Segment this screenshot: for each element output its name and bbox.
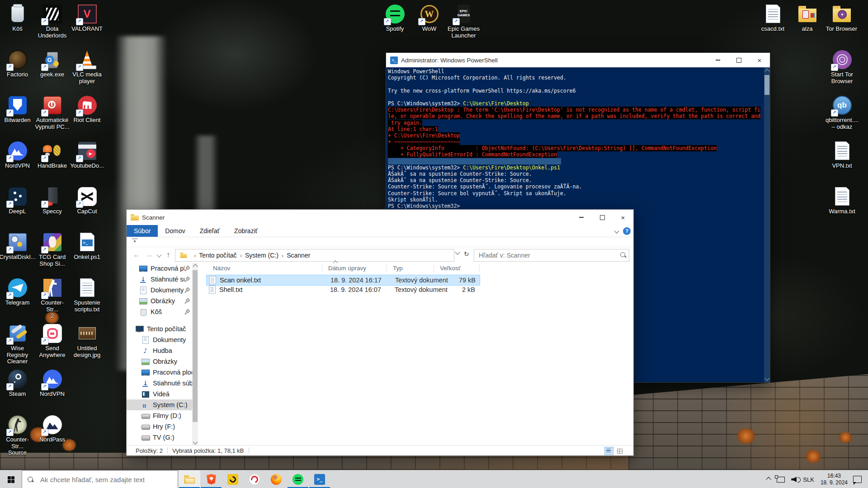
- column-header-size[interactable]: Veľkosť: [440, 265, 461, 272]
- desktop-icon-vlc-media-player[interactable]: ↗VLC media player: [70, 49, 104, 84]
- desktop-icon-nordvpn[interactable]: ↗NordVPN: [0, 141, 35, 169]
- taskbar-search[interactable]: [22, 470, 178, 488]
- desktop-icon-epic-games-launcher[interactable]: ↗Epic Games Launcher: [446, 4, 481, 39]
- sidebar-scroll-thumb[interactable]: [193, 270, 198, 422]
- explorer-search-input[interactable]: [478, 250, 616, 260]
- desktop-icon-csacd-txt[interactable]: csacd.txt: [755, 4, 790, 33]
- ex-minimize-button[interactable]: [571, 210, 592, 225]
- refresh-icon[interactable]: ↻: [464, 250, 469, 258]
- details-view-button[interactable]: [604, 447, 613, 455]
- taskbar-file-explorer[interactable]: [179, 470, 200, 488]
- column-header-type[interactable]: Typ: [393, 265, 403, 272]
- file-row-shell-txt[interactable]: Shell.txt18. 9. 2024 16:07Textový dokume…: [206, 285, 479, 295]
- sidebar-quick-stiahnut-s-bor[interactable]: Stiahnuté súbor: [127, 274, 192, 285]
- scroll-down-icon[interactable]: [193, 439, 198, 444]
- language-indicator[interactable]: SLK: [803, 476, 814, 483]
- scroll-down-icon[interactable]: [764, 375, 769, 380]
- desktop-icon-onkel-ps1[interactable]: Onkel.ps1: [70, 232, 104, 261]
- taskbar-powershell[interactable]: [309, 470, 330, 488]
- expand-ribbon-icon[interactable]: [614, 228, 619, 233]
- back-icon[interactable]: ←: [133, 251, 140, 259]
- ps-minimize-button[interactable]: [708, 53, 728, 67]
- forward-icon[interactable]: →: [146, 251, 153, 259]
- tab-zdieľať[interactable]: Zdieľať: [193, 225, 227, 237]
- desktop-icon-youtube-downloader[interactable]: ↗YoutubeDo...: [70, 141, 104, 169]
- network-icon[interactable]: [777, 477, 785, 483]
- taskbar-search-input[interactable]: [39, 474, 174, 485]
- desktop-icon-riot-client[interactable]: ↗Riot Client: [70, 95, 104, 124]
- ex-close-button[interactable]: ×: [613, 210, 633, 225]
- file-row-scan-onkel-txt[interactable]: Scan onkel.txt18. 9. 2024 16:17Textový d…: [206, 275, 480, 286]
- up-icon[interactable]: ↑: [166, 251, 170, 259]
- ps-scrollbar[interactable]: [764, 67, 770, 382]
- desktop-icon-crystaldiskinfo[interactable]: ↗CrystalDiskI...: [0, 232, 35, 261]
- desktop-icon-capcut[interactable]: ↗CapCut: [70, 186, 104, 215]
- powershell-titlebar[interactable]: Administrator: Windows PowerShell ×: [386, 53, 770, 67]
- desktop-icon-deepl[interactable]: ↗DeepL: [0, 186, 35, 215]
- desktop-icon-spustenie-scriptu-txt[interactable]: Spustenie scriptu.txt: [70, 277, 104, 313]
- sidebar-item-vide-[interactable]: Videá: [127, 389, 192, 399]
- sidebar-this-pc[interactable]: Tento počítač: [127, 324, 192, 334]
- sidebar-quick-k-[interactable]: Kôš: [127, 306, 192, 317]
- desktop-icon-alza-folder[interactable]: alza: [790, 4, 825, 33]
- sidebar-item-pracovn-plocha[interactable]: Pracovná plocha: [127, 367, 192, 378]
- sidebar-item-filmy-d-[interactable]: Filmy (D:): [127, 410, 192, 421]
- desktop-icon-tcg-card-shop-sim[interactable]: ↗TCG Card Shop Si...: [35, 232, 70, 267]
- sidebar-item-stiahnut-s-bory[interactable]: Stiahnuté súbory: [127, 378, 192, 389]
- desktop-icon-speccy[interactable]: ↗Speccy: [35, 186, 70, 215]
- tab-súbor[interactable]: Súbor: [127, 225, 158, 237]
- desktop-icon-geek-exe[interactable]: ↗geek.exe: [35, 49, 70, 78]
- tab-zobraziť[interactable]: Zobraziť: [227, 225, 265, 237]
- desktop-icon-wow[interactable]: ↗WoW: [412, 4, 447, 33]
- sidebar-item-system-c-[interactable]: System (C:): [127, 399, 192, 410]
- start-button[interactable]: [0, 470, 22, 488]
- desktop-icon-untitled-design-jpg[interactable]: Untitled design.jpg: [70, 323, 104, 358]
- ps-scroll-thumb[interactable]: [764, 75, 769, 95]
- tray-expand-icon[interactable]: [766, 477, 771, 482]
- help-icon[interactable]: ?: [623, 227, 631, 235]
- desktop-icon-dota-underlords[interactable]: ↗Dota Underlords: [35, 4, 70, 39]
- sidebar-item-tv-g-[interactable]: TV (G:): [127, 432, 192, 443]
- volume-icon[interactable]: [791, 477, 797, 482]
- desktop-icon-factorio[interactable]: ↗Factorio: [0, 49, 35, 78]
- address-dropdown-icon[interactable]: [455, 249, 460, 254]
- large-icons-view-button[interactable]: [615, 447, 624, 455]
- desktop-icon-counter-strike-source[interactable]: ↗Counter-Str... Source: [0, 414, 35, 456]
- scroll-up-icon[interactable]: [193, 264, 198, 269]
- sidebar-item-hry-f-[interactable]: Hry (F:): [127, 421, 192, 432]
- taskbar-firefox[interactable]: [265, 470, 287, 488]
- scroll-up-icon[interactable]: [764, 69, 769, 74]
- sidebar-item-hudba[interactable]: Hudba: [127, 345, 192, 356]
- breadcrumb-scanner[interactable]: Scanner: [287, 252, 310, 259]
- explorer-titlebar[interactable]: Scanner ×: [127, 210, 633, 225]
- sidebar-quick-dokumenty[interactable]: Dokumenty: [127, 285, 192, 296]
- sidebar-quick-obr-zky[interactable]: Obrázky: [127, 296, 192, 306]
- breadcrumb-system-c[interactable]: System (C:): [245, 252, 278, 259]
- desktop-icon-valorant[interactable]: ↗VALORANT: [70, 4, 104, 33]
- recent-locations-icon[interactable]: [156, 252, 161, 257]
- ps-maximize-button[interactable]: [728, 53, 749, 67]
- ps-close-button[interactable]: ×: [749, 53, 770, 67]
- desktop-icon-automaticke-vypnuti-pc[interactable]: ↗Automatické Vypnutí PC...: [35, 95, 70, 130]
- desktop-icon-wise-registry-cleaner[interactable]: ↗Wise Registry Cleaner: [0, 323, 35, 365]
- desktop-icon-spotify[interactable]: ↗Spotify: [377, 4, 412, 33]
- taskbar-red-swirl-app[interactable]: [244, 470, 265, 488]
- desktop-icon-handbrake[interactable]: ↗HandBrake: [35, 141, 70, 169]
- desktop-icon-tor-browser-folder[interactable]: Tor Browser: [824, 4, 859, 33]
- desktop-icon-telegram[interactable]: ↗Telegram: [0, 277, 35, 306]
- taskbar-brave-browser[interactable]: [200, 470, 222, 488]
- desktop-icon-qbittorrent-odkaz[interactable]: ↗qbittorrent.... – odkaz: [825, 95, 859, 130]
- qat-customize-icon[interactable]: ▾: [132, 239, 137, 244]
- column-header-date[interactable]: Dátum úpravy: [328, 265, 366, 272]
- taskbar-spotify[interactable]: [287, 470, 309, 488]
- breadcrumb-this-pc[interactable]: Tento počítač: [199, 252, 236, 259]
- sidebar-scrollbar[interactable]: [192, 263, 198, 446]
- desktop-icon-nordpass[interactable]: ↗NordPass: [35, 414, 70, 443]
- desktop-icon-recycle-bin[interactable]: Kôš: [0, 4, 35, 33]
- desktop-icon-start-tor-browser[interactable]: ↗Start Tor Browser: [825, 49, 859, 84]
- desktop-icon-vpn-txt[interactable]: VPN.txt: [825, 141, 859, 169]
- sidebar-quick-pracovn-ploch[interactable]: Pracovná ploch: [127, 263, 192, 274]
- address-bar[interactable]: › Tento počítač › System (C:) › Scanner: [175, 249, 454, 262]
- clock[interactable]: 16:43 18. 9. 2024: [821, 473, 848, 486]
- explorer-search[interactable]: [474, 249, 629, 262]
